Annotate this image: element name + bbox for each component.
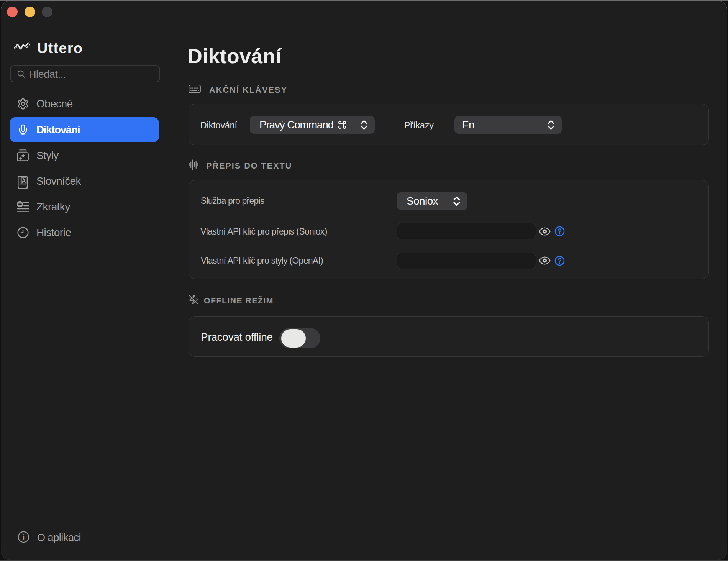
svg-text:i: i <box>23 533 25 542</box>
